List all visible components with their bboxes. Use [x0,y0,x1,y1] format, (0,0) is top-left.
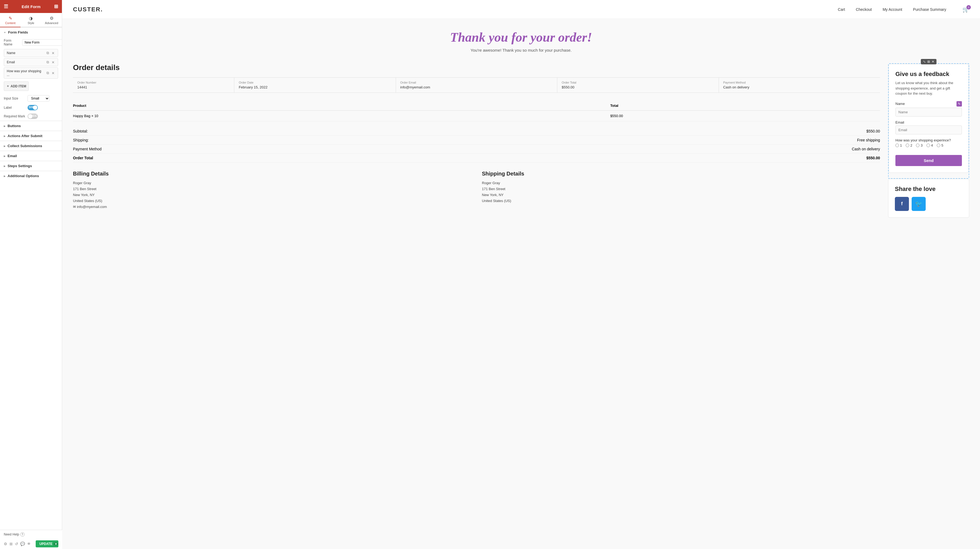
field-name-copy-btn[interactable]: ⧉ [46,51,49,55]
share-facebook-btn[interactable]: f [895,197,909,211]
field-email-copy-btn[interactable]: ⧉ [46,60,49,64]
buttons-header[interactable]: Buttons [0,121,62,131]
field-email-delete-btn[interactable]: ✕ [51,60,55,64]
field-shopping-delete-btn[interactable]: ✕ [51,71,55,75]
label-toggle[interactable]: SHOW [27,105,38,110]
share-twitter-btn[interactable]: 🐦 [912,197,926,211]
feedback-card: Give us a feedback Let us know what you … [889,64,969,173]
rating-1[interactable]: 1 [896,143,902,147]
nav-my-account[interactable]: My Account [883,7,902,12]
section-actions-after-submit: Actions After Submit [0,131,62,140]
need-help-label: Need Help [4,533,19,536]
order-total-value: $550.00 [562,85,714,89]
billing-address1: 171 Ben Street [73,186,471,192]
order-email-value: info@myemail.com [400,85,553,89]
steps-header[interactable]: Steps Settings [0,161,62,171]
rating-5[interactable]: 5 [937,143,943,147]
buttons-arrow [4,124,5,128]
nav-cart[interactable]: Cart [838,7,845,12]
summary-payment: Payment Method Cash on delivery [73,145,880,153]
section-buttons: Buttons [0,121,62,131]
rating-row: 1 2 3 4 5 [896,143,962,147]
summary-shipping: Shipping: Free shipping [73,136,880,145]
brand-logo: CUSTER. [73,6,103,13]
rating-2[interactable]: 2 [906,143,912,147]
tab-style[interactable]: ◑ Style [21,13,41,27]
widget-close-btn[interactable]: ✕ [932,60,934,64]
eye-icon[interactable]: 👁 [27,542,31,546]
billing-email: ✉ info@myemail.com [73,204,471,210]
advanced-icon: ⚙ [50,16,54,21]
col-product: Product [73,101,610,111]
feedback-rating-label: How was your shopping experince? [896,138,951,142]
widget-grid-btn[interactable]: ⊞ [927,60,930,64]
input-size-select[interactable]: Small Medium Large [27,95,49,102]
feedback-section: ⤡ ⊞ ✕ Give us a feedback Let us know wha… [888,63,969,218]
tab-advanced[interactable]: ⚙ Advanced [41,13,62,27]
section-form-fields[interactable]: Form Fields [0,27,62,37]
collect-header[interactable]: Collect Submissions [0,141,62,151]
share-title: Share the love [895,185,963,193]
field-name-delete-btn[interactable]: ✕ [51,51,55,55]
additional-arrow [4,174,5,177]
content-icon: ✎ [9,16,12,21]
nav-links: Cart Checkout My Account Purchase Summar… [838,6,969,13]
nav-purchase-summary[interactable]: Purchase Summary [913,7,946,12]
payment-label: Payment Method [73,147,102,151]
order-email-item: Order Email info@myemail.com [396,78,557,93]
widget-move-btn[interactable]: ⤡ [923,60,926,64]
feedback-widget-frame: ⤡ ⊞ ✕ Give us a feedback Let us know wha… [888,63,969,179]
order-total-label: Order Total [73,156,93,160]
cart-badge: 0 [966,5,971,10]
share-card: Share the love f 🐦 [888,179,969,218]
additional-header[interactable]: Additional Options [0,171,62,181]
rating-4[interactable]: 4 [926,143,933,147]
footer-icons: ⚙ ⊞ ↺ 💬 👁 [4,542,31,546]
page-content: Thank you for your order! You're awesome… [62,19,980,228]
layers-icon[interactable]: ⊞ [10,542,13,546]
rating-3[interactable]: 3 [916,143,923,147]
billing-name: Roger Gray [73,180,471,186]
label-toggle-text: SHOW [29,106,37,109]
email-section-header[interactable]: Email [0,151,62,161]
field-shopping-copy-btn[interactable]: ⧉ [46,71,49,75]
email-section-arrow [4,155,5,157]
order-details-title: Order details [73,63,880,72]
help-icon[interactable]: ? [20,532,25,536]
feedback-rating-label-row: How was your shopping experince? [896,138,962,142]
update-dropdown-arrow[interactable]: ▼ [54,543,58,546]
update-button[interactable]: UPDATE ▼ [36,540,58,547]
tab-advanced-label: Advanced [45,21,58,25]
table-row: Happy Bag × 10 $550.00 [73,111,880,121]
nav-checkout[interactable]: Checkout [856,7,872,12]
tab-content[interactable]: ✎ Content [0,13,21,27]
footer-toolbar: ⚙ ⊞ ↺ 💬 👁 UPDATE ▼ [0,539,62,549]
main-layout: Order details Order Number 14441 Order D… [73,63,969,218]
form-name-input[interactable] [22,39,62,46]
steps-arrow [4,164,5,168]
history-icon[interactable]: ↺ [15,542,18,546]
order-summary: Subtotal: $550.00 Shipping: Free shippin… [73,127,880,163]
menu-icon[interactable]: ☰ [4,3,8,10]
add-item-button[interactable]: ＋ ADD ITEM [4,81,29,91]
shipping-country: United States (US) [482,198,880,204]
cart-button[interactable]: 🛒 0 [963,6,969,13]
sidebar-header: ☰ Edit Form ⊞ [0,0,62,13]
feedback-rating-group: How was your shopping experince? 1 2 3 4… [896,138,962,147]
comment-icon[interactable]: 💬 [20,542,25,546]
feedback-email-input[interactable] [896,126,962,134]
update-label: UPDATE [40,542,52,546]
settings-icon[interactable]: ⚙ [4,542,7,546]
required-mark-toggle[interactable]: HIDE [27,113,38,119]
feedback-name-edit-btn[interactable]: ✎ [956,101,962,107]
feedback-name-input[interactable] [896,108,962,117]
additional-label: Additional Options [8,174,39,178]
tab-content-label: Content [5,21,16,25]
order-section: Order details Order Number 14441 Order D… [73,63,880,218]
actions-header[interactable]: Actions After Submit [0,131,62,140]
grid-icon[interactable]: ⊞ [54,3,58,10]
field-email-label: Email [7,60,45,64]
send-button[interactable]: Send [896,155,962,166]
order-total-label: Order Total [562,81,714,84]
shipping-title: Shipping Details [482,171,880,177]
